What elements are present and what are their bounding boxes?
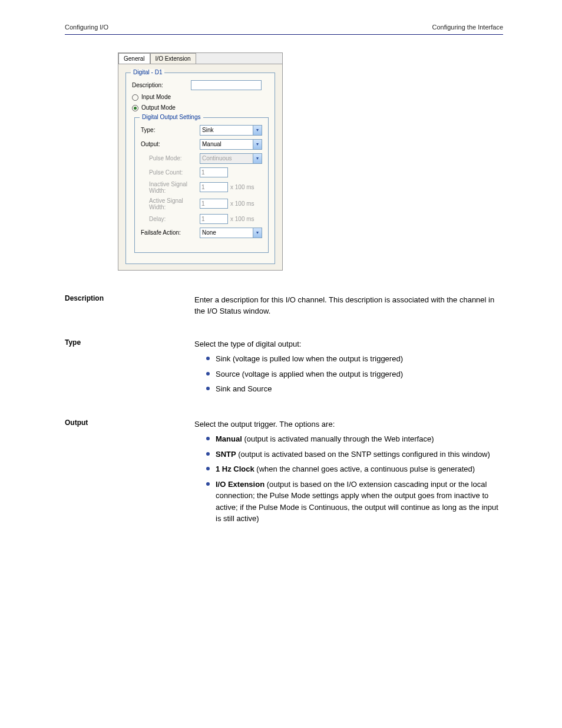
active-width-unit: x 100 ms: [230, 200, 254, 207]
pulse-mode-select: Continuous ▾: [200, 153, 262, 164]
delay-unit: x 100 ms: [230, 216, 254, 222]
digital-d1-legend: Digital - D1: [131, 69, 164, 75]
header-right: Configuring the Interface: [432, 24, 503, 31]
definition-list: Description Enter a description for this…: [65, 294, 503, 531]
chevron-down-icon: ▾: [253, 140, 262, 149]
active-width-label: Active Signal Width:: [141, 197, 200, 210]
def-description-body: Enter a description for this I/O channel…: [194, 294, 503, 317]
def-output: Output Select the output trigger. The op…: [65, 419, 503, 531]
type-select-value: Sink: [202, 127, 213, 133]
list-item: Manual (output is activated manually thr…: [206, 433, 503, 445]
def-type-intro: Select the type of digital output:: [194, 338, 503, 350]
pulse-count-input: [200, 167, 228, 177]
tabstrip: General I/O Extension: [118, 53, 282, 64]
type-select[interactable]: Sink ▾: [200, 125, 262, 136]
failsafe-select[interactable]: None ▾: [200, 228, 262, 238]
header-rule: [65, 34, 503, 35]
digital-d1-group: Digital - D1 Description: Input Mode Out…: [125, 73, 275, 264]
type-label: Type:: [141, 127, 200, 133]
input-mode-label: Input Mode: [141, 94, 171, 100]
pulse-mode-label: Pulse Mode:: [141, 155, 200, 162]
list-item: Sink (voltage is pulled low when the out…: [206, 353, 503, 365]
def-output-term: Output: [65, 419, 194, 427]
output-mode-label: Output Mode: [141, 104, 176, 111]
list-item: Source (voltage is applied when the outp…: [206, 368, 503, 380]
description-input[interactable]: [191, 80, 262, 90]
tab-io-extension[interactable]: I/O Extension: [150, 53, 196, 64]
delay-label: Delay:: [141, 216, 200, 222]
inactive-width-input: [200, 182, 228, 192]
failsafe-label: Failsafe Action:: [141, 229, 200, 236]
inactive-width-unit: x 100 ms: [230, 184, 254, 190]
output-mode-radio[interactable]: [132, 104, 141, 111]
def-type-term: Type: [65, 338, 194, 347]
chevron-down-icon: ▾: [253, 154, 262, 163]
list-item: I/O Extension (output is based on the I/…: [206, 479, 503, 525]
list-item: Sink and Source: [206, 383, 503, 395]
output-select-value: Manual: [202, 141, 222, 147]
input-mode-radio[interactable]: [132, 94, 141, 101]
def-type: Type Select the type of digital output: …: [65, 338, 503, 401]
def-description-term: Description: [65, 294, 194, 302]
list-item: SNTP (output is activated based on the S…: [206, 449, 503, 460]
def-output-intro: Select the output trigger. The options a…: [194, 419, 503, 430]
output-label: Output:: [141, 141, 200, 147]
active-width-input: [200, 199, 228, 209]
config-dialog: General I/O Extension Digital - D1 Descr…: [118, 52, 283, 271]
digital-output-settings-legend: Digital Output Settings: [140, 114, 203, 120]
chevron-down-icon: ▾: [253, 228, 262, 238]
delay-input: [200, 214, 228, 224]
pulse-mode-select-value: Continuous: [202, 155, 232, 162]
list-item: 1 Hz Clock (when the channel goes active…: [206, 463, 503, 475]
header-left: Configuring I/O: [65, 24, 108, 31]
inactive-width-label: Inactive Signal Width:: [141, 181, 200, 194]
pulse-count-label: Pulse Count:: [141, 169, 200, 176]
chevron-down-icon: ▾: [253, 126, 262, 135]
tab-general[interactable]: General: [118, 53, 150, 64]
output-select[interactable]: Manual ▾: [200, 139, 262, 150]
digital-output-settings-group: Digital Output Settings Type: Sink ▾ Out…: [134, 117, 269, 253]
description-label: Description:: [132, 82, 191, 88]
failsafe-select-value: None: [202, 229, 216, 236]
def-description: Description Enter a description for this…: [65, 294, 503, 321]
